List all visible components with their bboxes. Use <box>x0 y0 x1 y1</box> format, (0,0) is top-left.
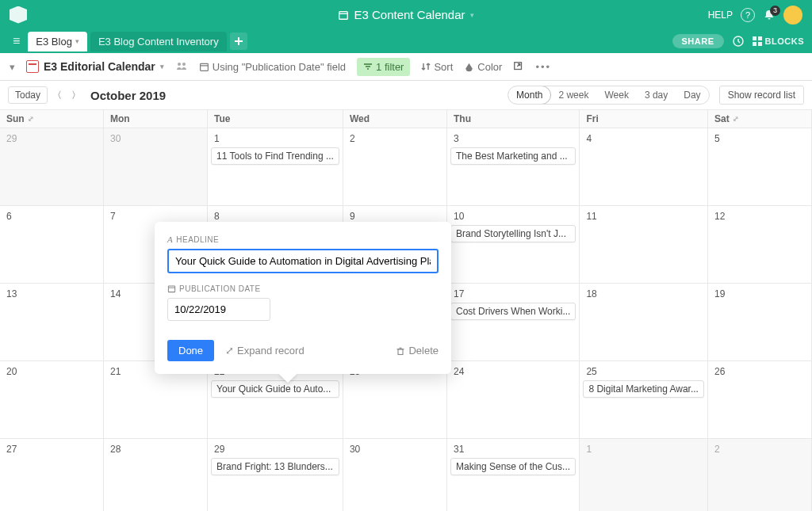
share-button[interactable]: SHARE <box>672 34 724 48</box>
calendar-controls: Today 〈 〉 October 2019 Month 2 week Week… <box>0 81 812 109</box>
share-view-icon[interactable] <box>513 61 524 72</box>
people-icon[interactable] <box>175 60 188 73</box>
day-cell[interactable]: 27 <box>0 439 104 511</box>
day-cell[interactable]: 30 <box>343 439 447 511</box>
day-header-wed: Wed <box>343 110 447 128</box>
day-cell[interactable]: 18 <box>580 284 708 361</box>
notif-badge: 3 <box>770 6 780 16</box>
tab-inactive[interactable]: E3 Blog Content Inventory <box>90 32 227 51</box>
chevron-down-icon: ▾ <box>470 11 474 19</box>
day-cell[interactable]: 29 <box>0 128 104 206</box>
help-link[interactable]: HELP <box>708 10 733 21</box>
day-cell[interactable]: 3The Best Marketing and ... <box>447 128 580 206</box>
trash-icon <box>396 346 405 356</box>
help-icon[interactable]: ? <box>741 8 755 22</box>
calendar-view-icon <box>26 60 39 73</box>
app-header: E3 Content Calendar ▾ HELP ? 3 <box>0 0 812 29</box>
day-cell[interactable]: 29Brand Fright: 13 Blunders... <box>208 439 343 511</box>
expand-record-button[interactable]: ⤢ Expand record <box>225 345 304 357</box>
day-cell[interactable]: 17Cost Drivers When Worki... <box>447 284 580 361</box>
day-cell[interactable]: 19 <box>708 284 812 361</box>
day-cell[interactable]: 2 <box>343 128 447 206</box>
day-cell[interactable]: 11 <box>580 206 708 284</box>
next-month-button[interactable]: 〉 <box>67 89 86 102</box>
record-card[interactable]: The Best Marketing and ... <box>450 147 576 165</box>
prev-month-button[interactable]: 〈 <box>48 89 67 102</box>
day-cell[interactable]: 30 <box>104 128 208 206</box>
day-cell[interactable]: 28 <box>104 439 208 511</box>
record-card[interactable]: 8 Digital Marketing Awar... <box>583 380 704 398</box>
svg-rect-17 <box>168 286 174 292</box>
view-week[interactable]: Week <box>596 86 636 104</box>
record-popover: A HEADLINE PUBLICATION DATE Done ⤢ Expan… <box>155 222 451 374</box>
day-cell[interactable]: 2 <box>708 439 812 511</box>
tab-active[interactable]: E3 Blog ▾ <box>28 32 87 51</box>
notifications-button[interactable]: 3 <box>763 9 776 21</box>
record-card[interactable]: Cost Drivers When Worki... <box>450 303 576 320</box>
record-card[interactable]: Brand Fright: 13 Blunders... <box>211 458 339 475</box>
show-record-list-button[interactable]: Show record list <box>719 86 804 105</box>
filter-button[interactable]: 1 filter <box>357 58 410 76</box>
headline-label: A HEADLINE <box>167 235 439 244</box>
add-tab-button[interactable] <box>230 32 247 50</box>
expand-icon[interactable]: ⤢ <box>28 115 34 123</box>
svg-point-10 <box>182 63 186 66</box>
day-cell[interactable]: 4 <box>580 128 708 206</box>
today-button[interactable]: Today <box>8 86 48 104</box>
record-card[interactable]: 11 Tools to Find Trending ... <box>211 147 339 165</box>
view-2week[interactable]: 2 week <box>550 86 596 104</box>
view-month[interactable]: Month <box>508 86 551 105</box>
collapse-sidebar-icon[interactable]: ▾ <box>10 61 15 73</box>
calendar-icon <box>167 284 176 293</box>
blocks-icon <box>753 36 762 46</box>
more-options-icon[interactable]: ••• <box>535 61 551 73</box>
base-title[interactable]: E3 Content Calendar ▾ <box>338 8 473 21</box>
avatar[interactable] <box>783 6 802 25</box>
view-day[interactable]: Day <box>676 86 708 104</box>
svg-rect-6 <box>758 36 762 40</box>
day-cell[interactable]: 6 <box>0 206 104 284</box>
day-cell[interactable]: 1 <box>580 439 708 511</box>
day-cell[interactable]: 5 <box>708 128 812 206</box>
pubdate-input[interactable] <box>167 298 270 321</box>
calendar-icon <box>199 62 209 72</box>
record-card[interactable]: Your Quick Guide to Auto... <box>211 380 339 398</box>
menu-icon[interactable]: ≡ <box>8 34 25 48</box>
day-header-sat: Sat⤢ <box>708 110 812 128</box>
delete-button[interactable]: Delete <box>396 345 439 357</box>
day-cell[interactable]: 26 <box>708 361 812 439</box>
chevron-down-icon: ▾ <box>160 63 164 71</box>
svg-rect-7 <box>753 42 756 46</box>
view-switcher[interactable]: E3 Editorial Calendar ▾ <box>26 60 164 73</box>
filter-icon <box>363 62 373 71</box>
history-icon[interactable] <box>732 35 745 48</box>
record-card[interactable]: Brand Storytelling Isn't J... <box>450 225 576 242</box>
done-button[interactable]: Done <box>167 340 214 361</box>
day-cell[interactable]: 24 <box>447 361 580 439</box>
view-3day[interactable]: 3 day <box>637 86 676 104</box>
expand-icon[interactable]: ⤢ <box>733 115 739 123</box>
sort-icon <box>421 62 431 71</box>
sort-button[interactable]: Sort <box>421 61 453 73</box>
day-cell[interactable]: 111 Tools to Find Trending ... <box>208 128 343 206</box>
date-field-selector[interactable]: Using "Publication Date" field <box>199 61 346 73</box>
plus-icon <box>234 36 243 46</box>
day-header-sun: Sun⤢ <box>0 110 104 128</box>
day-cell[interactable]: 10Brand Storytelling Isn't J... <box>447 206 580 284</box>
day-cell[interactable]: 20 <box>0 361 104 439</box>
day-cell[interactable]: 13 <box>0 284 104 361</box>
day-cell[interactable]: 12 <box>708 206 812 284</box>
day-cell[interactable]: 31Making Sense of the Cus... <box>447 439 580 511</box>
timeframe-toggle: Month 2 week Week 3 day Day <box>508 86 710 105</box>
day-header-fri: Fri <box>580 110 708 128</box>
logo-icon[interactable] <box>10 6 27 24</box>
blocks-button[interactable]: BLOCKS <box>753 36 804 46</box>
color-button[interactable]: Color <box>464 61 502 73</box>
record-card[interactable]: Making Sense of the Cus... <box>450 458 576 475</box>
svg-rect-8 <box>758 42 762 46</box>
tabs-bar: ≡ E3 Blog ▾ E3 Blog Content Inventory SH… <box>0 29 812 53</box>
headline-input[interactable] <box>167 249 439 273</box>
day-cell[interactable]: 258 Digital Marketing Awar... <box>580 361 708 439</box>
svg-rect-19 <box>398 349 403 354</box>
expand-icon: ⤢ <box>225 345 234 357</box>
